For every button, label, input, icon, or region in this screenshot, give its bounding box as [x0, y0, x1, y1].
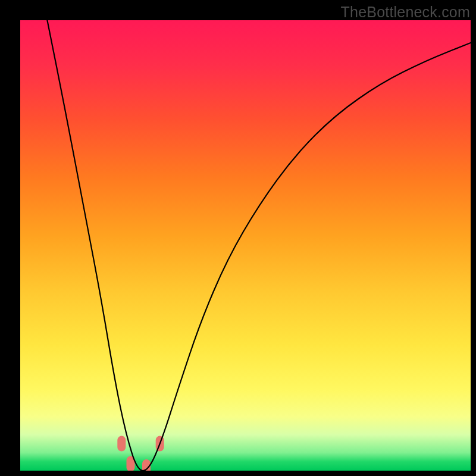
bottleneck-curve [47, 20, 471, 471]
plot-area [20, 20, 471, 471]
marker-1 [117, 436, 126, 452]
watermark-text: TheBottleneck.com [341, 4, 470, 21]
outer-frame: TheBottleneck.com [0, 0, 476, 476]
chart-svg [20, 20, 471, 471]
curve-markers-group [117, 436, 164, 471]
